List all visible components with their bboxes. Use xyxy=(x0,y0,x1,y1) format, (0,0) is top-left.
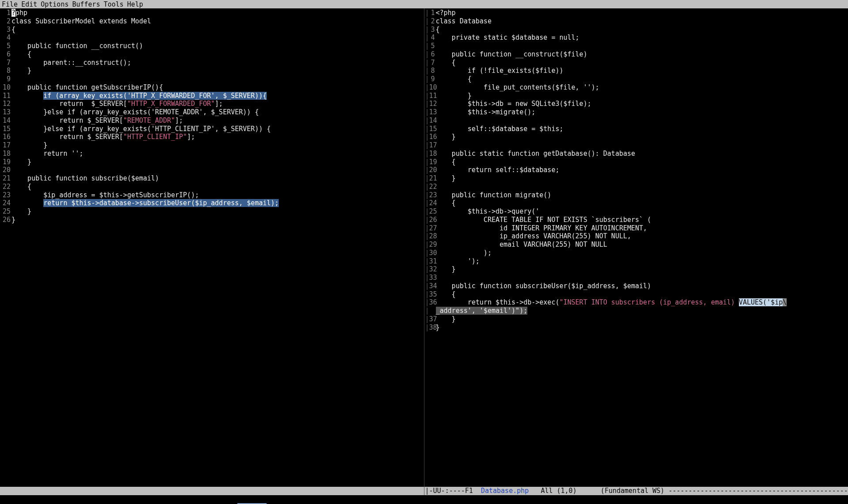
code-line[interactable]: 34 public function subscribeUser($ip_add… xyxy=(424,282,848,290)
code-line[interactable]: 25 } xyxy=(0,207,424,216)
code-line[interactable]: _address', '$email')"); xyxy=(424,307,848,315)
line-content[interactable]: ?php xyxy=(11,9,27,17)
line-content[interactable]: { xyxy=(436,75,472,83)
line-content[interactable]: public function subscribeUser($ip_addres… xyxy=(436,282,651,290)
menubar[interactable]: FileEditOptionsBuffersToolsHelp xyxy=(0,0,848,8)
code-line[interactable]: 26} xyxy=(0,216,424,224)
line-content[interactable]: public static function getDatabase(): Da… xyxy=(436,150,636,158)
menu-file[interactable]: File xyxy=(2,0,18,8)
code-line[interactable]: 25 $this->db->query(' xyxy=(424,207,848,216)
code-line[interactable]: 3{ xyxy=(0,26,424,34)
line-content[interactable]: return $_SERVER["HTTP_CLIENT_IP"]; xyxy=(11,133,195,141)
code-line[interactable]: 14 return $_SERVER["REMOTE_ADDR"]; xyxy=(0,117,424,125)
code-line[interactable]: 28 ip_address VARCHAR(255) NOT NULL, xyxy=(424,232,848,241)
code-line[interactable]: 4 private static $database = null; xyxy=(424,34,848,42)
line-content[interactable]: public function __construct($file) xyxy=(436,50,587,59)
code-line[interactable]: 5 xyxy=(424,42,848,50)
code-line[interactable]: 5 public function __construct() xyxy=(0,42,424,50)
line-content[interactable]: public function subscribe($email) xyxy=(11,174,159,183)
code-line[interactable]: 11 } xyxy=(424,92,848,100)
line-content[interactable]: ip_address VARCHAR(255) NOT NULL, xyxy=(436,232,632,241)
code-line[interactable]: 3{ xyxy=(424,26,848,34)
line-content[interactable]: public function migrate() xyxy=(436,191,552,199)
line-content[interactable]: return $this->database->subscribeUser($i… xyxy=(11,199,279,207)
line-content[interactable]: _address', '$email')"); xyxy=(436,307,528,315)
code-line[interactable]: 12 return $_SERVER["HTTP_X_FORWARDED_FOR… xyxy=(0,100,424,108)
right-pane[interactable]: 1<?php2class Database3{4 private static … xyxy=(424,8,848,487)
right-code[interactable]: 1<?php2class Database3{4 private static … xyxy=(424,8,848,487)
line-content[interactable]: { xyxy=(436,59,456,67)
line-content[interactable]: } xyxy=(436,133,456,141)
line-content[interactable]: $this->db->query(' xyxy=(436,207,540,216)
code-line[interactable]: 26 CREATE TABLE IF NOT EXISTS `subscribe… xyxy=(424,216,848,224)
code-line[interactable]: 17 xyxy=(424,141,848,150)
line-content[interactable]: email VARCHAR(255) NOT NULL xyxy=(436,241,607,249)
code-line[interactable]: 18 public static function getDatabase():… xyxy=(424,150,848,158)
code-line[interactable]: 38} xyxy=(424,323,848,332)
line-content[interactable]: } xyxy=(11,158,31,166)
code-line[interactable]: 20 xyxy=(0,166,424,174)
code-line[interactable]: 9 xyxy=(0,75,424,83)
left-pane[interactable]: 1?php2class SubscriberModel extends Mode… xyxy=(0,8,424,487)
menu-edit[interactable]: Edit xyxy=(21,0,37,8)
menu-help[interactable]: Help xyxy=(127,0,143,8)
line-content[interactable]: { xyxy=(436,26,440,34)
line-content[interactable]: ); xyxy=(436,249,492,257)
left-code[interactable]: 1?php2class SubscriberModel extends Mode… xyxy=(0,8,424,487)
line-content[interactable]: return $this->db->exec("INSERT INTO subs… xyxy=(436,298,787,307)
code-line[interactable]: 15 }else if (array_key_exists('HTTP_CLIE… xyxy=(0,125,424,133)
code-line[interactable]: 7 { xyxy=(424,59,848,67)
line-content[interactable]: { xyxy=(11,183,31,191)
line-content[interactable]: } xyxy=(436,323,440,332)
line-content[interactable]: { xyxy=(436,199,456,207)
code-line[interactable]: 2class SubscriberModel extends Model xyxy=(0,17,424,26)
code-line[interactable]: 19 } xyxy=(0,158,424,166)
code-line[interactable]: 1?php xyxy=(0,9,424,17)
code-line[interactable]: 21 } xyxy=(424,174,848,183)
menu-tools[interactable]: Tools xyxy=(104,0,124,8)
line-content[interactable]: }else if (array_key_exists('HTTP_CLIENT_… xyxy=(11,125,271,133)
line-content[interactable]: } xyxy=(11,216,15,224)
line-content[interactable]: $ip_address = $this->getSubscriberIP(); xyxy=(11,191,199,199)
line-content[interactable]: return self::$database; xyxy=(436,166,560,174)
line-content[interactable]: self::$database = $this; xyxy=(436,125,564,133)
code-line[interactable]: 22 xyxy=(424,183,848,191)
line-content[interactable]: public function __construct() xyxy=(11,42,143,50)
code-line[interactable]: 23 $ip_address = $this->getSubscriberIP(… xyxy=(0,191,424,199)
code-line[interactable]: 20 return self::$database; xyxy=(424,166,848,174)
code-line[interactable]: 10 public function getSubscriberIP(){ xyxy=(0,83,424,92)
code-line[interactable]: 17 } xyxy=(0,141,424,150)
line-content[interactable]: parent::__construct(); xyxy=(11,59,131,67)
line-content[interactable]: return $_SERVER["HTTP_X_FORWARDED_FOR"]; xyxy=(11,100,223,108)
line-content[interactable]: if (!file_exists($file)) xyxy=(436,67,564,75)
code-line[interactable]: 21 public function subscribe($email) xyxy=(0,174,424,183)
line-content[interactable]: } xyxy=(11,141,47,150)
modeline-left[interactable]: -UU-:----F1 SubscriberModel.php All (1,0… xyxy=(0,487,424,495)
line-content[interactable]: } xyxy=(436,315,456,323)
line-content[interactable]: } xyxy=(436,265,456,274)
line-content[interactable]: } xyxy=(11,207,31,216)
code-line[interactable]: 1<?php xyxy=(424,9,848,17)
line-content[interactable]: } xyxy=(436,92,472,100)
line-content[interactable]: { xyxy=(436,158,456,166)
code-line[interactable]: 9 { xyxy=(424,75,848,83)
line-content[interactable]: { xyxy=(11,26,15,34)
code-line[interactable]: 6 public function __construct($file) xyxy=(424,50,848,59)
line-content[interactable]: CREATE TABLE IF NOT EXISTS `subscribers`… xyxy=(436,216,651,224)
modeline-right[interactable]: |-UU-:----F1 Database.php All (1,0) (Fun… xyxy=(424,487,848,495)
line-content[interactable]: id INTEGER PRIMARY KEY AUTOINCREMENT, xyxy=(436,224,647,233)
code-line[interactable]: 35 { xyxy=(424,290,848,299)
line-content[interactable]: '); xyxy=(436,257,480,266)
menu-buffers[interactable]: Buffers xyxy=(72,0,100,8)
line-content[interactable]: { xyxy=(11,50,31,59)
code-line[interactable]: 13 }else if (array_key_exists('REMOTE_AD… xyxy=(0,108,424,117)
line-content[interactable]: } xyxy=(436,174,456,183)
code-line[interactable]: 19 { xyxy=(424,158,848,166)
code-line[interactable]: 36 return $this->db->exec("INSERT INTO s… xyxy=(424,298,848,307)
code-line[interactable]: 14 xyxy=(424,117,848,125)
code-line[interactable]: 8 } xyxy=(0,67,424,75)
line-content[interactable]: { xyxy=(436,290,456,299)
code-line[interactable]: 15 self::$database = $this; xyxy=(424,125,848,133)
line-content[interactable]: file_put_contents($file, ''); xyxy=(436,83,599,92)
line-content[interactable]: } xyxy=(11,67,31,75)
